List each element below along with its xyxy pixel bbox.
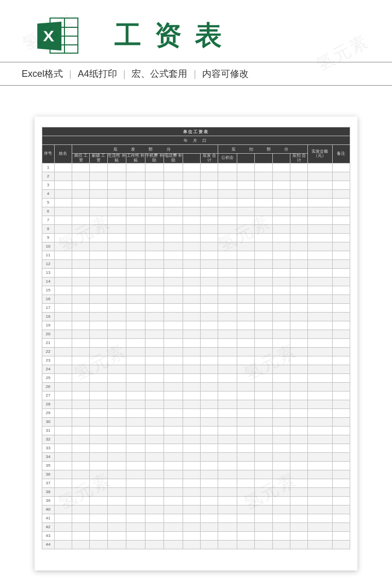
cell: [290, 216, 307, 224]
cell: [72, 356, 89, 365]
cell: [237, 286, 254, 295]
cell: [290, 330, 307, 338]
cell: [332, 312, 350, 321]
cell: [332, 365, 350, 373]
cell: [201, 444, 218, 452]
cell: [201, 487, 218, 496]
cell: [54, 181, 72, 189]
cell: [332, 461, 350, 470]
cell: [183, 347, 200, 356]
cell: [308, 312, 332, 321]
table-row: 40: [42, 505, 350, 514]
table-row: 17: [42, 303, 350, 312]
cell: [107, 312, 126, 321]
cell: [201, 268, 218, 277]
cell: [72, 330, 89, 338]
cell: [164, 540, 183, 549]
cell: [54, 277, 72, 286]
cell: [332, 321, 350, 330]
col-ded-total: 应扣 合计: [290, 154, 307, 164]
cell: [237, 163, 254, 172]
cell: [272, 444, 290, 452]
cell: [90, 461, 107, 470]
cell: [54, 391, 72, 400]
col-work-sub: 工作性 补贴: [126, 154, 145, 164]
cell: [107, 487, 126, 496]
cell: [201, 303, 218, 312]
cell: [145, 347, 164, 356]
cell: [201, 452, 218, 461]
cell: [54, 540, 72, 549]
table-row: 7: [42, 216, 350, 224]
cell: [218, 163, 237, 172]
cell: [201, 505, 218, 514]
cell: [218, 417, 237, 426]
excel-icon-letter: X: [43, 28, 54, 44]
table-row: 8: [42, 224, 350, 233]
cell: [332, 435, 350, 444]
cell: [201, 409, 218, 417]
cell: [183, 365, 200, 373]
cell: [218, 365, 237, 373]
cell: [308, 391, 332, 400]
cell: [164, 452, 183, 461]
cell: [237, 487, 254, 496]
cell: [201, 338, 218, 347]
cell: [272, 259, 290, 268]
cell: [164, 470, 183, 479]
cell: [107, 426, 126, 435]
cell: [72, 400, 89, 409]
cell: [72, 286, 89, 295]
cell: [164, 347, 183, 356]
cell: [90, 181, 107, 189]
cell: [218, 461, 237, 470]
cell: [332, 417, 350, 426]
col-ded-b3: [272, 154, 290, 164]
cell: [290, 365, 307, 373]
cell: [308, 242, 332, 251]
cell: [126, 207, 145, 216]
cell: [237, 470, 254, 479]
cell: [107, 198, 126, 207]
cell: [54, 295, 72, 303]
cell: [218, 277, 237, 286]
cell: [255, 373, 272, 382]
table-row: 31: [42, 426, 350, 435]
cell: [255, 479, 272, 487]
cell: [126, 435, 145, 444]
cell: [90, 452, 107, 461]
cell: [237, 295, 254, 303]
cell: [308, 163, 332, 172]
cell: [290, 181, 307, 189]
cell: [308, 487, 332, 496]
cell: [90, 321, 107, 330]
cell: [308, 400, 332, 409]
cell: [308, 268, 332, 277]
cell: [183, 189, 200, 198]
cell: [145, 268, 164, 277]
cell: [332, 198, 350, 207]
cell: [90, 487, 107, 496]
cell: [72, 277, 89, 286]
cell: [255, 505, 272, 514]
cell: [126, 259, 145, 268]
cell: [183, 409, 200, 417]
cell: [218, 330, 237, 338]
cell: [290, 382, 307, 391]
cell: [308, 426, 332, 435]
cell: [145, 417, 164, 426]
row-number: 19: [42, 321, 55, 330]
cell: [72, 189, 89, 198]
table-row: 34: [42, 452, 350, 461]
cell: [332, 373, 350, 382]
cell: [255, 286, 272, 295]
cell: [72, 461, 89, 470]
cell: [126, 514, 145, 522]
cell: [164, 522, 183, 531]
cell: [332, 382, 350, 391]
cell: [255, 242, 272, 251]
cell: [183, 295, 200, 303]
table-row: 10: [42, 242, 350, 251]
cell: [145, 207, 164, 216]
cell: [290, 444, 307, 452]
